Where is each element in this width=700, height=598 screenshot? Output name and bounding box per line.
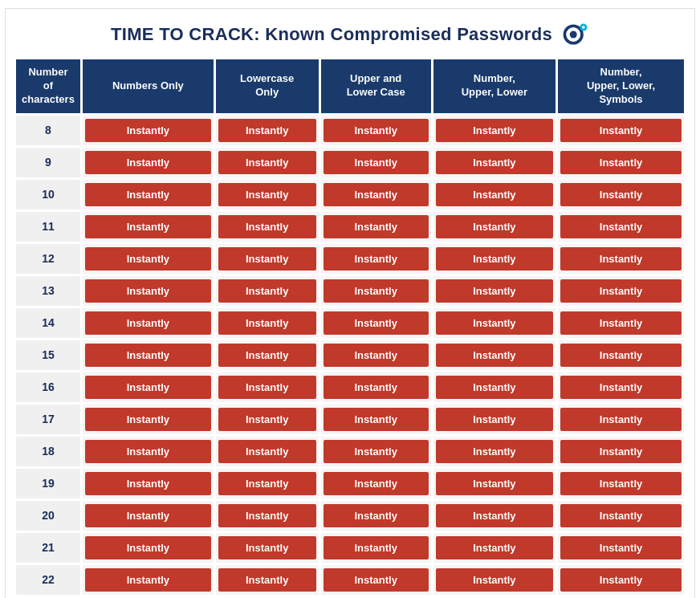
crack-time-value: Instantly: [218, 279, 316, 303]
value-cell: Instantly: [321, 212, 431, 242]
crack-time-value: Instantly: [218, 504, 316, 527]
crack-time-value: Instantly: [218, 440, 316, 463]
crack-time-value: Instantly: [218, 568, 316, 592]
crack-time-value: Instantly: [85, 472, 211, 495]
table-body: 8InstantlyInstantlyInstantlyInstantlyIns…: [16, 116, 684, 595]
crack-time-value: Instantly: [85, 215, 211, 238]
value-cell: Instantly: [558, 148, 684, 177]
value-cell: Instantly: [83, 180, 214, 210]
crack-time-value: Instantly: [324, 183, 429, 206]
crack-time-value: Instantly: [560, 119, 682, 142]
value-cell: Instantly: [558, 501, 684, 531]
value-cell: Instantly: [433, 501, 556, 531]
table-row: 19InstantlyInstantlyInstantlyInstantlyIn…: [16, 469, 684, 498]
table-row: 16InstantlyInstantlyInstantlyInstantlyIn…: [16, 372, 684, 402]
chars-cell: 9: [16, 148, 80, 177]
crack-time-value: Instantly: [436, 279, 553, 303]
table-row: 10InstantlyInstantlyInstantlyInstantlyIn…: [16, 180, 684, 210]
col-header-chars: Numberofcharacters: [16, 59, 80, 113]
crack-time-value: Instantly: [85, 536, 211, 559]
chars-cell: 20: [16, 501, 80, 531]
crack-time-value: Instantly: [436, 504, 553, 527]
value-cell: Instantly: [216, 533, 319, 563]
value-cell: Instantly: [83, 405, 214, 434]
crack-time-value: Instantly: [324, 215, 429, 238]
crack-time-value: Instantly: [218, 151, 316, 174]
crack-time-value: Instantly: [560, 440, 682, 463]
crack-time-value: Instantly: [324, 119, 429, 142]
svg-point-3: [582, 26, 585, 29]
crack-time-value: Instantly: [85, 504, 211, 527]
crack-time-value: Instantly: [560, 311, 682, 335]
crack-time-value: Instantly: [324, 151, 429, 174]
col-header-numbers: Numbers Only: [83, 59, 214, 113]
value-cell: Instantly: [433, 308, 556, 338]
crack-time-value: Instantly: [560, 247, 682, 271]
crack-time-value: Instantly: [218, 183, 316, 206]
value-cell: Instantly: [558, 469, 684, 498]
crack-time-value: Instantly: [560, 279, 682, 303]
value-cell: Instantly: [321, 437, 431, 466]
value-cell: Instantly: [321, 469, 431, 498]
crack-time-value: Instantly: [324, 247, 429, 271]
chars-cell: 8: [16, 116, 80, 145]
crack-time-value: Instantly: [436, 568, 553, 592]
value-cell: Instantly: [216, 437, 319, 466]
value-cell: Instantly: [216, 148, 319, 177]
value-cell: Instantly: [216, 308, 319, 338]
table-row: 20InstantlyInstantlyInstantlyInstantlyIn…: [16, 501, 684, 531]
crack-time-value: Instantly: [324, 504, 429, 527]
crack-time-value: Instantly: [560, 215, 682, 238]
crack-time-value: Instantly: [560, 408, 682, 431]
value-cell: Instantly: [433, 212, 556, 242]
chars-cell: 13: [16, 276, 80, 306]
value-cell: Instantly: [433, 148, 556, 177]
value-cell: Instantly: [216, 212, 319, 242]
chars-cell: 12: [16, 244, 80, 274]
crack-time-value: Instantly: [324, 408, 429, 431]
crack-time-value: Instantly: [218, 215, 316, 238]
chars-cell: 16: [16, 372, 80, 402]
header-row: TIME TO CRACK: Known Compromised Passwor…: [6, 9, 694, 57]
value-cell: Instantly: [83, 437, 214, 466]
crack-time-value: Instantly: [85, 408, 211, 431]
crack-time-value: Instantly: [560, 376, 682, 399]
value-cell: Instantly: [83, 372, 214, 402]
value-cell: Instantly: [83, 116, 214, 145]
table-row: 9InstantlyInstantlyInstantlyInstantlyIns…: [16, 148, 684, 177]
crack-time-value: Instantly: [85, 376, 211, 399]
col-header-lowercase: LowercaseOnly: [216, 59, 319, 113]
table-header: Numberofcharacters Numbers Only Lowercas…: [16, 59, 684, 113]
table-container: Numberofcharacters Numbers Only Lowercas…: [6, 57, 694, 598]
table-row: 15InstantlyInstantlyInstantlyInstantlyIn…: [16, 340, 684, 370]
chars-cell: 15: [16, 340, 80, 370]
value-cell: Instantly: [433, 533, 556, 563]
value-cell: Instantly: [433, 116, 556, 145]
chars-cell: 17: [16, 405, 80, 434]
crack-time-value: Instantly: [560, 344, 682, 367]
crack-time-value: Instantly: [85, 344, 211, 367]
value-cell: Instantly: [83, 469, 214, 498]
crack-time-value: Instantly: [218, 311, 316, 335]
col-header-upperandlower: Upper andLower Case: [321, 59, 431, 113]
value-cell: Instantly: [216, 501, 319, 531]
value-cell: Instantly: [321, 244, 431, 274]
table-row: 18InstantlyInstantlyInstantlyInstantlyIn…: [16, 437, 684, 466]
crack-time-value: Instantly: [324, 279, 429, 303]
value-cell: Instantly: [433, 276, 556, 306]
crack-time-value: Instantly: [436, 408, 553, 431]
crack-time-value: Instantly: [436, 536, 553, 559]
crack-time-value: Instantly: [560, 183, 682, 206]
value-cell: Instantly: [216, 405, 319, 434]
crack-time-value: Instantly: [218, 247, 316, 271]
value-cell: Instantly: [558, 116, 684, 145]
crack-time-value: Instantly: [324, 344, 429, 367]
value-cell: Instantly: [321, 501, 431, 531]
value-cell: Instantly: [321, 116, 431, 145]
crack-time-value: Instantly: [436, 183, 553, 206]
col-header-numupperlowersym: Number,Upper, Lower,Symbols: [558, 59, 684, 113]
chars-cell: 11: [16, 212, 80, 242]
chars-cell: 10: [16, 180, 80, 210]
crack-time-value: Instantly: [324, 376, 429, 399]
value-cell: Instantly: [216, 469, 319, 498]
